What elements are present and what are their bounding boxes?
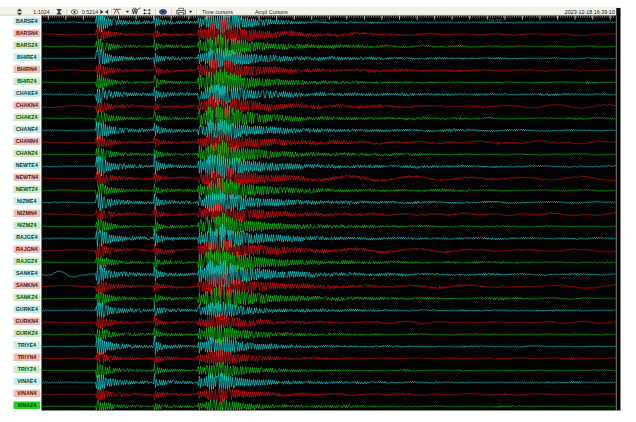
svg-text:2023-12-18 16:39:10: 2023-12-18 16:39:10 [565, 9, 615, 15]
svg-text:Ampl Cursors: Ampl Cursors [255, 9, 288, 15]
svg-text:TRIYN4: TRIYN4 [17, 354, 36, 360]
svg-text:1:1024: 1:1024 [33, 9, 50, 15]
svg-text:BHIRE4: BHIRE4 [17, 54, 36, 60]
svg-text:GURKE4: GURKE4 [16, 306, 38, 312]
svg-text:RAJGZ4: RAJGZ4 [16, 258, 37, 264]
svg-text:SANKZ4: SANKZ4 [16, 294, 37, 300]
svg-text:BHIRN4: BHIRN4 [17, 66, 37, 72]
svg-text:NEWTN4: NEWTN4 [16, 174, 38, 180]
svg-text:CHAKE4: CHAKE4 [16, 90, 38, 96]
svg-text:BARSE4: BARSE4 [16, 18, 38, 24]
svg-text:TRIYE4: TRIYE4 [18, 342, 37, 348]
svg-text:VINAE4: VINAE4 [17, 378, 36, 384]
svg-text:CHANZ4: CHANZ4 [16, 150, 38, 156]
svg-text:TRIYZ4: TRIYZ4 [18, 366, 36, 372]
svg-text:Time cursors: Time cursors [202, 9, 233, 15]
svg-text:VINAZ4: VINAZ4 [17, 402, 36, 408]
svg-text:SANKN4: SANKN4 [16, 282, 38, 288]
svg-text:BARSZ4: BARSZ4 [16, 42, 37, 48]
svg-text:RAJGN4: RAJGN4 [16, 246, 38, 252]
svg-text:CHAKZ4: CHAKZ4 [16, 114, 38, 120]
svg-text:CHAKN4: CHAKN4 [16, 102, 38, 108]
svg-text:NEWTZ4: NEWTZ4 [16, 186, 38, 192]
svg-text:BHIRZ4: BHIRZ4 [17, 78, 36, 84]
svg-text:NIZME4: NIZME4 [17, 198, 36, 204]
svg-text:CHANN4: CHANN4 [16, 138, 38, 144]
svg-text:GURKZ4: GURKZ4 [16, 330, 38, 336]
svg-text:VINAN4: VINAN4 [17, 390, 36, 396]
svg-text:GURKN4: GURKN4 [16, 318, 38, 324]
svg-text:16:30: 16:30 [488, 18, 502, 24]
svg-text:NIZMZ4: NIZMZ4 [17, 222, 36, 228]
svg-text:16:20: 16:20 [313, 18, 327, 24]
svg-text:RAJGE4: RAJGE4 [16, 234, 37, 240]
svg-text:BARSN4: BARSN4 [16, 30, 38, 36]
svg-text:NIZMN4: NIZMN4 [17, 210, 37, 216]
svg-text:CHANE4: CHANE4 [16, 126, 38, 132]
svg-text:NEWTE4: NEWTE4 [16, 162, 38, 168]
svg-text:SANKE4: SANKE4 [16, 270, 38, 276]
svg-text:0.5214: 0.5214 [82, 9, 99, 15]
